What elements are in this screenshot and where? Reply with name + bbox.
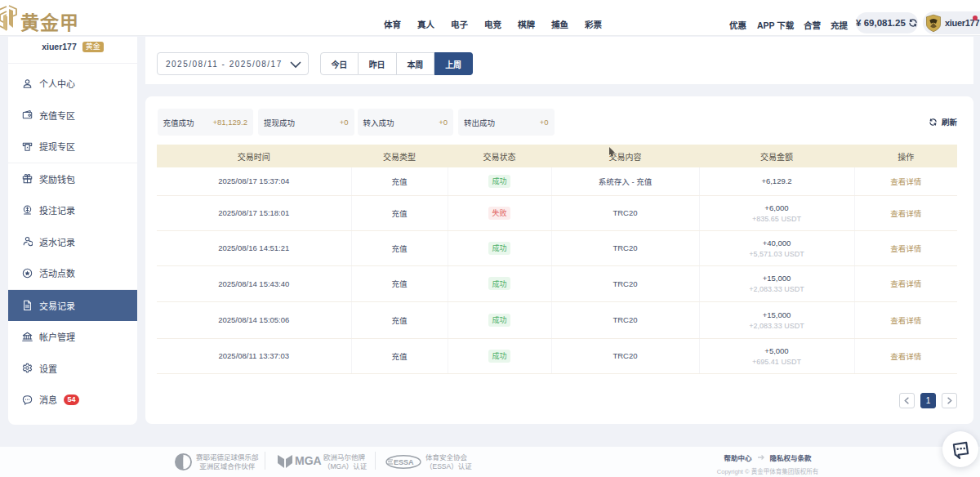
svg-text:ESSA: ESSA [394,458,414,466]
